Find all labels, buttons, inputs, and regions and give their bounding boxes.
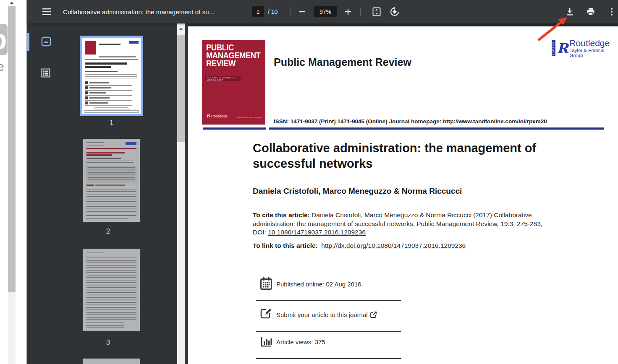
thumbnail-label-1: 1 bbox=[80, 119, 143, 127]
thumbnail-page-4[interactable] bbox=[83, 359, 140, 364]
pdf-viewer: Collaborative administration: the manage… bbox=[26, 0, 618, 364]
divider bbox=[256, 300, 401, 301]
arrow-up-icon bbox=[179, 28, 183, 30]
tab-thumbnails[interactable] bbox=[41, 36, 51, 47]
toolbar-divider bbox=[360, 8, 361, 16]
arrow-up-icon bbox=[10, 2, 14, 4]
hamburger-icon bbox=[42, 8, 51, 15]
thumbnail-sidebar: 1 2 bbox=[27, 23, 188, 364]
fit-page-button[interactable] bbox=[371, 6, 382, 18]
more-vert-icon bbox=[610, 8, 613, 16]
tab-document-outline[interactable] bbox=[41, 68, 51, 78]
background-logo-letter: b bbox=[0, 24, 7, 55]
submit-article-link[interactable]: Submit your article to this journal bbox=[276, 311, 377, 318]
outline-list-icon bbox=[41, 68, 50, 78]
journal-homepage-link[interactable]: http://www.tandfonline.com/loi/rpxm20 bbox=[443, 118, 547, 125]
journal-cover: PUBLIC MANAGEMENT REVIEW VOLUME 19 NUMBE… bbox=[202, 40, 265, 125]
thumbnail-page-1[interactable] bbox=[80, 36, 143, 116]
document-area: PUBLIC MANAGEMENT REVIEW VOLUME 19 NUMBE… bbox=[188, 23, 618, 364]
browser-scrollbar-up-button[interactable] bbox=[8, 0, 16, 6]
doi-link[interactable]: 10.1080/14719037.2016.1209236 bbox=[268, 229, 366, 236]
download-icon bbox=[566, 8, 574, 16]
routledge-name: Routledge bbox=[569, 39, 618, 48]
journal-cover-volume: VOLUME 19 NUMBER 3 MARCH 2017 bbox=[205, 76, 241, 81]
screen: b e Collaborative administration: the ma… bbox=[0, 0, 618, 364]
header-rule-right bbox=[269, 127, 604, 130]
calendar-icon bbox=[260, 277, 272, 291]
page-number-input[interactable] bbox=[252, 6, 264, 17]
journal-name: Public Management Review bbox=[274, 56, 411, 68]
thumbnail-label-2: 2 bbox=[76, 227, 140, 236]
journal-cover-site: www.tandfonline.com/rpxm bbox=[237, 116, 262, 119]
thumbnail-scrollbar-up-button[interactable] bbox=[177, 25, 185, 33]
divider bbox=[256, 331, 401, 332]
print-button[interactable] bbox=[585, 6, 597, 18]
rotate-button[interactable] bbox=[389, 6, 401, 18]
pdf-page-1: PUBLIC MANAGEMENT REVIEW VOLUME 19 NUMBE… bbox=[188, 26, 618, 364]
citation-block: To cite this article: Daniela Cristofoli… bbox=[253, 211, 557, 237]
fit-page-icon bbox=[372, 7, 381, 16]
thumbnail-page-2[interactable] bbox=[83, 139, 140, 222]
journal-cover-publisher: R Routledge bbox=[206, 113, 228, 119]
routledge-logo: ROUTLEDGE R Routledge Taylor & Francis G… bbox=[552, 39, 618, 58]
menu-button[interactable] bbox=[41, 6, 52, 18]
cite-label: To cite this article: bbox=[253, 211, 312, 218]
header-rule-left bbox=[203, 127, 266, 130]
background-text: e bbox=[0, 60, 4, 74]
plus-icon bbox=[345, 8, 351, 15]
minus-icon bbox=[299, 8, 305, 15]
active-tab-indicator bbox=[27, 33, 29, 51]
pdf-toolbar: Collaborative administration: the manage… bbox=[27, 0, 618, 23]
document-title: Collaborative administration: the manage… bbox=[63, 0, 215, 23]
issn-line: ISSN: 1471-9037 (Print) 1471-9045 (Onlin… bbox=[274, 118, 547, 125]
browser-scrollbar-thumb[interactable] bbox=[8, 6, 16, 292]
article-title: Collaborative administration: the manage… bbox=[253, 140, 559, 172]
journal-cover-title: PUBLIC MANAGEMENT REVIEW bbox=[206, 44, 260, 68]
article-url-link[interactable]: http://dx.doi.org/10.1080/14719037.2016.… bbox=[321, 242, 466, 249]
more-options-button[interactable] bbox=[606, 6, 618, 18]
tolink-label: To link to this article: bbox=[253, 242, 319, 249]
toolbar-divider bbox=[291, 8, 291, 16]
article-views: Article views: 375 bbox=[276, 338, 325, 346]
background-webpage: b e bbox=[0, 0, 26, 364]
routledge-vertical-text: ROUTLEDGE bbox=[552, 40, 555, 56]
published-online: Published online: 02 Aug 2016. bbox=[276, 281, 363, 288]
page-count-label: / 10 bbox=[268, 0, 278, 23]
thumbnail-scrollbar-thumb[interactable] bbox=[177, 35, 185, 142]
external-link-icon bbox=[370, 312, 377, 318]
article-authors: Daniela Cristofoli, Marco Meneguzzo & No… bbox=[253, 187, 462, 196]
link-block: To link to this article: http://dx.doi.o… bbox=[253, 242, 466, 250]
thumbnail-label-3: 3 bbox=[76, 338, 140, 347]
thumbnail-page-1-preview bbox=[82, 38, 141, 114]
zoom-in-button[interactable] bbox=[342, 6, 354, 18]
routledge-r-mark: R bbox=[557, 42, 568, 55]
routledge-tagline: Taylor & Francis Group bbox=[569, 48, 618, 58]
print-icon bbox=[587, 8, 595, 16]
zoom-level-field[interactable]: 97% bbox=[314, 6, 337, 17]
article-views-icon bbox=[261, 336, 272, 349]
zoom-out-button[interactable] bbox=[296, 6, 308, 18]
divider bbox=[256, 358, 401, 359]
thumbnails-icon bbox=[41, 36, 51, 47]
thumbnail-page-3[interactable] bbox=[83, 249, 140, 331]
background-logo: b bbox=[0, 24, 8, 55]
submit-pencil-icon bbox=[260, 308, 272, 321]
rotate-ccw-icon bbox=[390, 7, 400, 17]
download-button[interactable] bbox=[564, 6, 576, 18]
